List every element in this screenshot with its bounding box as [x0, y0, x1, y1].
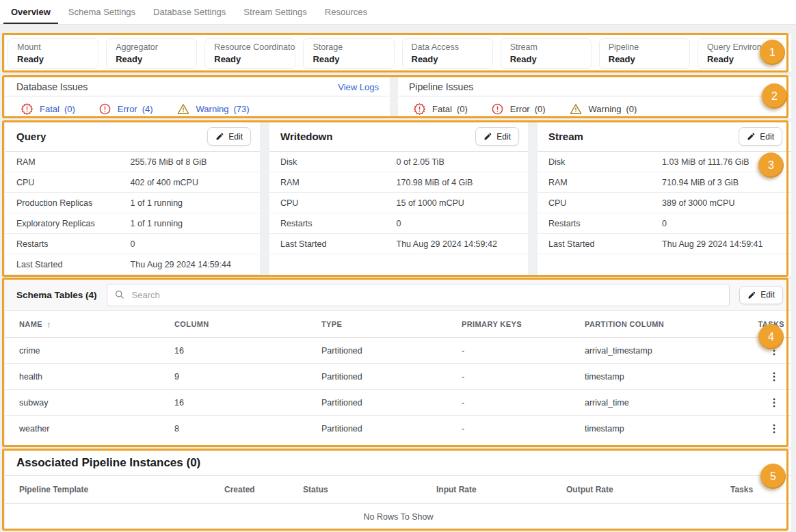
status-value: Ready: [707, 54, 785, 64]
stat-row: Restarts0: [5, 234, 260, 254]
tab-overview[interactable]: Overview: [2, 0, 59, 24]
tab-resources[interactable]: Resources: [316, 0, 376, 24]
pipeline-instances-section: Associated Pipeline Instances (0) Pipeli…: [5, 450, 791, 531]
table-row-crime[interactable]: crime 16 Partitioned - arrival_timestamp: [5, 338, 791, 364]
cell-type: Partitioned: [321, 346, 462, 356]
row-tasks-menu-button[interactable]: [768, 397, 791, 409]
writedown-edit-button[interactable]: Edit: [475, 127, 519, 146]
stat-row: Restarts0: [269, 213, 528, 234]
kebab-icon: [768, 397, 780, 409]
column-header-input-rate[interactable]: Input Rate: [436, 485, 566, 494]
issue-count: (73): [234, 104, 250, 114]
status-label: Resource Coordinator: [214, 42, 292, 52]
stat-label: CPU: [280, 198, 397, 208]
row-tasks-menu-button[interactable]: [768, 345, 791, 357]
cell-primary-keys: -: [462, 398, 585, 408]
cell-primary-keys: -: [462, 372, 585, 382]
column-header-tasks[interactable]: Tasks: [730, 485, 791, 494]
tab-schema-settings[interactable]: Schema Settings: [59, 0, 144, 24]
column-header-name[interactable]: NAME ↑: [19, 319, 174, 330]
stat-value: 389 of 3000 mCPU: [662, 198, 734, 208]
tab-database-settings[interactable]: Database Settings: [144, 0, 235, 24]
column-header-pipeline-template[interactable]: Pipeline Template: [19, 485, 224, 494]
issue-label: Fatal: [40, 104, 59, 114]
stat-label: Exploratory Replicas: [16, 219, 131, 228]
status-value: Ready: [313, 54, 390, 64]
cell-primary-keys: -: [462, 424, 585, 434]
issue-count: (0): [535, 104, 546, 114]
pipeline-fatal-count: Fatal (0): [413, 103, 468, 116]
status-value: Ready: [116, 54, 194, 64]
stream-edit-button[interactable]: Edit: [739, 127, 782, 146]
search-icon: [114, 289, 125, 300]
database-issue-counts: Fatal (0) Error (4) Warning (73): [5, 96, 390, 116]
column-header-primary-keys[interactable]: PRIMARY KEYS: [462, 320, 585, 328]
database-warning-link[interactable]: Warning (73): [176, 103, 250, 116]
stat-label: Disk: [548, 157, 662, 167]
tab-bar: Overview Schema Settings Database Settin…: [0, 0, 796, 25]
stat-label: Restarts: [280, 219, 397, 228]
issue-label: Warning: [589, 104, 622, 114]
cell-partition-column: timestamp: [585, 372, 756, 382]
query-card: Query Edit RAM255.76 MiB of 8 GiB CPU402…: [5, 122, 260, 276]
status-label: Storage: [313, 42, 390, 52]
cell-type: Partitioned: [321, 372, 462, 382]
row-tasks-menu-button[interactable]: [768, 423, 791, 435]
stat-label: CPU: [16, 178, 131, 187]
stat-label: Restarts: [548, 219, 662, 228]
status-label: Data Access: [412, 42, 490, 52]
stat-row: CPU402 of 400 mCPU: [5, 172, 260, 193]
column-header-partition-column[interactable]: PARTITION COLUMN: [585, 320, 756, 328]
column-header-type[interactable]: TYPE: [321, 320, 462, 328]
status-label: Aggregator: [116, 42, 194, 52]
stat-value: 1.03 MiB of 111.76 GiB: [662, 157, 749, 167]
cell-name: health: [19, 372, 174, 382]
fatal-icon: [413, 103, 426, 116]
stat-label: Last Started: [280, 239, 397, 249]
column-header-output-rate[interactable]: Output Rate: [566, 485, 730, 494]
stat-value: 0: [662, 219, 667, 228]
status-label: Mount: [17, 42, 95, 52]
pencil-icon: [483, 132, 492, 141]
cell-name: crime: [19, 346, 174, 356]
column-header-column[interactable]: COLUMN: [174, 320, 321, 328]
status-value: Ready: [17, 54, 95, 64]
schema-tables-section: Schema Tables (4) Edit NAME ↑ COLUMN TYP…: [5, 279, 791, 447]
table-row-health[interactable]: health 9 Partitioned - timestamp: [5, 364, 791, 390]
warning-icon: [569, 103, 583, 116]
tab-stream-settings[interactable]: Stream Settings: [235, 0, 316, 24]
view-logs-link[interactable]: View Logs: [338, 82, 379, 92]
pipeline-issues-title: Pipeline Issues: [409, 81, 473, 92]
writedown-card-title: Writedown: [280, 131, 332, 142]
status-card-data-access: Data Access Ready: [402, 38, 493, 69]
schema-edit-button[interactable]: Edit: [739, 286, 783, 304]
status-card-pipeline: Pipeline Ready: [599, 38, 690, 69]
stat-row: Restarts0: [538, 213, 791, 234]
column-header-created[interactable]: Created: [224, 485, 303, 494]
query-edit-button[interactable]: Edit: [207, 127, 251, 146]
issue-label: Warning: [196, 104, 229, 114]
table-row-weather[interactable]: weather 8 Partitioned - timestamp: [5, 416, 791, 442]
status-label: Query Environment: [707, 42, 785, 52]
status-label: Pipeline: [609, 42, 687, 52]
database-fatal-link[interactable]: Fatal (0): [21, 103, 75, 116]
pipeline-instances-title: Associated Pipeline Instances (0): [5, 450, 791, 476]
cell-type: Partitioned: [321, 424, 462, 434]
column-header-status[interactable]: Status: [303, 485, 436, 494]
status-card-query-environment: Query Environment Ready: [698, 38, 788, 69]
row-tasks-menu-button[interactable]: [768, 371, 791, 383]
stat-value: 1 of 1 running: [131, 219, 183, 228]
stat-value: 15 of 1000 mCPU: [397, 198, 464, 208]
stream-card: Stream Edit Disk1.03 MiB of 111.76 GiB R…: [538, 122, 791, 276]
issue-count: (0): [457, 104, 468, 114]
edit-button-label: Edit: [760, 132, 774, 142]
table-row-subway[interactable]: subway 16 Partitioned - arrival_time: [5, 390, 791, 416]
issue-count: (4): [142, 104, 153, 114]
column-header-tasks[interactable]: TASKS: [758, 320, 791, 328]
stat-value: 0 of 2.05 TiB: [397, 157, 445, 167]
database-error-link[interactable]: Error (4): [98, 103, 153, 116]
stat-value: 710.94 MiB of 3 GiB: [662, 178, 739, 187]
query-card-header: Query Edit: [5, 122, 260, 152]
search-input[interactable]: [131, 289, 730, 301]
issue-label: Fatal: [432, 104, 452, 114]
